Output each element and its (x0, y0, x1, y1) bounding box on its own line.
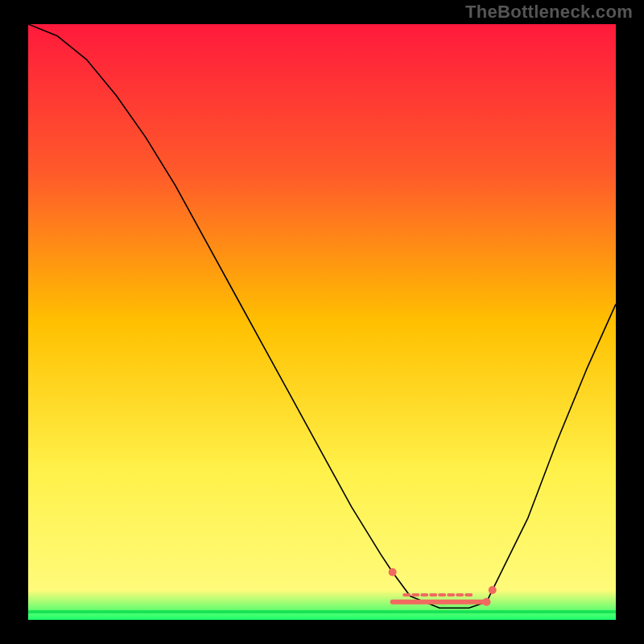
optimal-marker-dot (482, 598, 490, 606)
optimal-marker-dot (489, 586, 497, 594)
watermark-text: TheBottleneck.com (465, 2, 633, 23)
optimal-marker-dot (389, 568, 397, 576)
bottleneck-chart (28, 24, 616, 620)
chart-gradient-background (28, 24, 616, 620)
chart-svg (28, 24, 616, 620)
